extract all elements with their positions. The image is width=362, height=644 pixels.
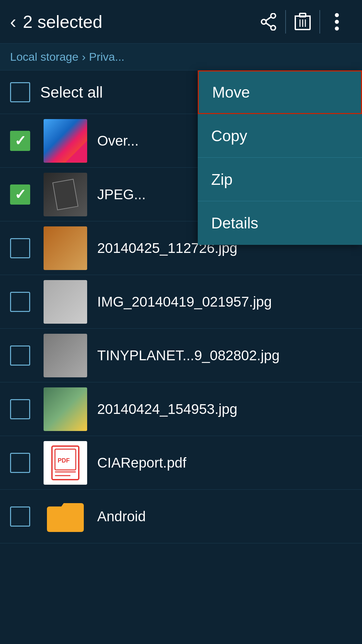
file-thumb-7: PDF (44, 441, 87, 485)
list-item[interactable]: 20140424_154953.jpg (0, 382, 362, 436)
select-all-label: Select all (40, 83, 103, 101)
menu-item-move[interactable]: Move (198, 70, 362, 114)
file-name-5: TINYPLANET...9_082802.jpg (97, 347, 280, 364)
file-name-8: Android (97, 508, 146, 525)
file-thumb-1 (44, 119, 87, 163)
file-thumb-3 (44, 226, 87, 270)
file-checkbox-2[interactable] (10, 184, 30, 205)
file-thumb-8 (44, 495, 87, 538)
breadcrumb-storage[interactable]: Local storage (10, 50, 78, 63)
top-bar: ‹ 2 selected (0, 0, 362, 44)
file-checkbox-4[interactable] (10, 292, 30, 312)
menu-item-move-label: Move (212, 83, 250, 101)
menu-item-copy[interactable]: Copy (198, 114, 362, 158)
svg-line-4 (266, 23, 271, 26)
divider2 (319, 10, 320, 34)
select-all-checkbox[interactable] (10, 82, 30, 102)
file-checkbox-7[interactable] (10, 453, 30, 473)
svg-point-11 (335, 13, 339, 17)
list-item[interactable]: TINYPLANET...9_082802.jpg (0, 329, 362, 382)
menu-item-details[interactable]: Details (198, 201, 362, 245)
file-checkbox-3[interactable] (10, 238, 30, 258)
file-name-1: Over... (97, 133, 139, 149)
svg-point-0 (271, 13, 276, 18)
delete-button[interactable] (288, 7, 318, 37)
svg-point-2 (261, 19, 266, 24)
list-item[interactable]: PDF CIAReport.pdf (0, 436, 362, 490)
svg-rect-7 (300, 13, 306, 17)
svg-point-12 (335, 20, 339, 24)
svg-text:PDF: PDF (58, 457, 70, 464)
list-item[interactable]: IMG_20140419_021957.jpg (0, 275, 362, 329)
file-checkbox-6[interactable] (10, 399, 30, 419)
file-name-7: CIAReport.pdf (97, 455, 186, 471)
file-checkbox-1[interactable] (10, 131, 30, 151)
breadcrumb-bar: Local storage › Priva... (0, 44, 362, 70)
breadcrumb-current[interactable]: Priva... (89, 50, 124, 63)
menu-item-zip[interactable]: Zip (198, 158, 362, 201)
file-name-6: 20140424_154953.jpg (97, 401, 237, 417)
share-button[interactable] (253, 7, 284, 37)
more-button[interactable] (322, 7, 352, 37)
selected-count-title: 2 selected (23, 12, 253, 32)
file-checkbox-5[interactable] (10, 345, 30, 366)
menu-item-details-label: Details (211, 214, 258, 232)
breadcrumb-arrow: › (82, 50, 85, 63)
back-button[interactable]: ‹ (10, 11, 16, 33)
top-actions (253, 7, 352, 37)
file-thumb-6 (44, 387, 87, 431)
file-checkbox-8[interactable] (10, 506, 30, 527)
file-thumb-5 (44, 334, 87, 377)
file-thumb-4 (44, 280, 87, 324)
svg-line-3 (266, 17, 271, 20)
file-name-4: IMG_20140419_021957.jpg (97, 294, 272, 310)
file-thumb-2 (44, 173, 87, 216)
svg-point-1 (271, 25, 276, 30)
menu-item-copy-label: Copy (211, 127, 247, 145)
context-menu: Move Copy Zip Details (198, 70, 362, 245)
list-item[interactable]: Android (0, 490, 362, 543)
menu-item-zip-label: Zip (211, 170, 233, 189)
file-name-2: JPEG... (97, 186, 146, 203)
svg-point-13 (335, 26, 339, 31)
divider (285, 10, 286, 34)
